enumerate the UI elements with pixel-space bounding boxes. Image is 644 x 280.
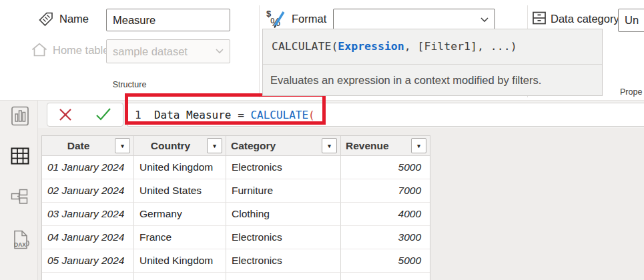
home-table-select-value: sample dataset: [113, 45, 188, 58]
cell-date: 05 January 2024: [42, 249, 134, 273]
cell-date: 04 January 2024: [42, 226, 134, 249]
dax-query-view-icon[interactable]: DAX: [11, 229, 29, 256]
filter-dropdown-icon[interactable]: ▾: [322, 138, 337, 153]
cell-category: Electronics: [226, 226, 341, 249]
signature-highlight: Expression: [338, 40, 404, 53]
cell-revenue: 5000: [341, 156, 430, 179]
table-row-partial: [42, 273, 430, 280]
column-header-label: Country: [134, 140, 207, 152]
cell-country: United Kingdom: [134, 249, 226, 273]
data-view-canvas: Date ▾ Country ▾ Category ▾ Revenue ▾ 01…: [38, 128, 644, 280]
intellisense-tooltip: CALCULATE(Expression, [Filter1], ...) Ev…: [262, 29, 603, 96]
home-table-select[interactable]: sample dataset: [106, 39, 230, 63]
format-dropdown[interactable]: [333, 9, 495, 31]
filter-dropdown-icon[interactable]: ▾: [207, 138, 222, 153]
column-header-date[interactable]: Date ▾: [42, 136, 134, 156]
report-view-icon[interactable]: [11, 106, 29, 126]
name-input[interactable]: Measure: [106, 9, 230, 31]
red-highlight-annotation: [125, 93, 326, 125]
tag-icon: [37, 11, 55, 28]
table-header-row: Date ▾ Country ▾ Category ▾ Revenue ▾: [42, 136, 430, 156]
signature-prefix: CALCULATE(: [272, 40, 338, 53]
chevron-down-icon: [480, 17, 489, 23]
name-input-value: Measure: [113, 14, 155, 27]
cell-empty: [226, 273, 341, 280]
cell-category: Electronics: [226, 249, 341, 273]
cancel-icon[interactable]: [58, 107, 73, 122]
cell-category: Furniture: [226, 179, 341, 203]
column-header-country[interactable]: Country ▾: [134, 136, 226, 156]
cell-empty: [341, 273, 430, 280]
signature-suffix: , [Filter1], ...): [404, 40, 517, 53]
home-icon: [30, 41, 49, 59]
cell-revenue: 4000: [341, 203, 430, 226]
properties-group-label: Prope: [620, 87, 642, 97]
view-sidebar: DAX: [0, 100, 38, 280]
cell-country: United States: [134, 179, 226, 203]
column-header-revenue[interactable]: Revenue ▾: [341, 136, 430, 156]
dax-icon-label: DAX: [14, 241, 26, 248]
home-table-label: Home table: [53, 44, 109, 57]
table-row: 03 January 2024 Germany Clothing 4000: [42, 203, 430, 226]
structure-group-label: Structure: [0, 80, 259, 89]
cell-revenue: 5000: [341, 249, 430, 273]
chevron-down-icon: [216, 49, 224, 54]
measure-editor-window: Name Measure Home table sample dataset S…: [0, 0, 644, 280]
column-header-category[interactable]: Category ▾: [226, 136, 341, 156]
format-label: Format: [292, 13, 326, 25]
cell-empty: [134, 273, 226, 280]
cell-date: 01 January 2024: [42, 156, 134, 179]
column-header-label: Revenue: [341, 140, 411, 152]
filter-dropdown-icon[interactable]: ▾: [411, 138, 426, 153]
cell-revenue: 7000: [341, 179, 430, 203]
cell-date: 02 January 2024: [42, 179, 134, 203]
function-description: Evaluates an expression in a context mod…: [263, 65, 602, 96]
cell-revenue: 3000: [341, 226, 430, 249]
cell-date: 03 January 2024: [42, 203, 134, 226]
table-row: 01 January 2024 United Kingdom Electroni…: [42, 156, 430, 179]
column-header-label: Date: [42, 140, 115, 152]
format-icon: $ %: [265, 8, 288, 29]
table-row: 04 January 2024 France Electronics 3000: [42, 226, 430, 249]
filter-dropdown-icon[interactable]: ▾: [115, 138, 130, 153]
cell-country: Germany: [134, 203, 226, 226]
data-category-value: Un: [625, 14, 639, 27]
cell-country: France: [134, 226, 226, 249]
data-category-dropdown[interactable]: Un: [618, 9, 644, 32]
cell-category: Electronics: [226, 156, 341, 179]
model-view-icon[interactable]: [11, 189, 29, 209]
formula-action-buttons: [47, 103, 123, 127]
function-signature: CALCULATE(Expression, [Filter1], ...): [263, 29, 602, 65]
data-category-icon: [531, 10, 547, 26]
table-row: 02 January 2024 United States Furniture …: [42, 179, 430, 203]
column-header-label: Category: [226, 140, 322, 152]
cell-empty: [42, 273, 134, 280]
name-label: Name: [59, 13, 89, 25]
data-view-icon[interactable]: [11, 147, 29, 167]
commit-icon[interactable]: [95, 107, 112, 122]
table-row: 05 January 2024 United Kingdom Electroni…: [42, 249, 430, 273]
cell-category: Clothing: [226, 203, 341, 226]
data-table: Date ▾ Country ▾ Category ▾ Revenue ▾ 01…: [41, 135, 430, 280]
cell-country: United Kingdom: [134, 156, 226, 179]
ribbon-divider: [259, 5, 260, 97]
data-category-label: Data category: [551, 13, 619, 25]
